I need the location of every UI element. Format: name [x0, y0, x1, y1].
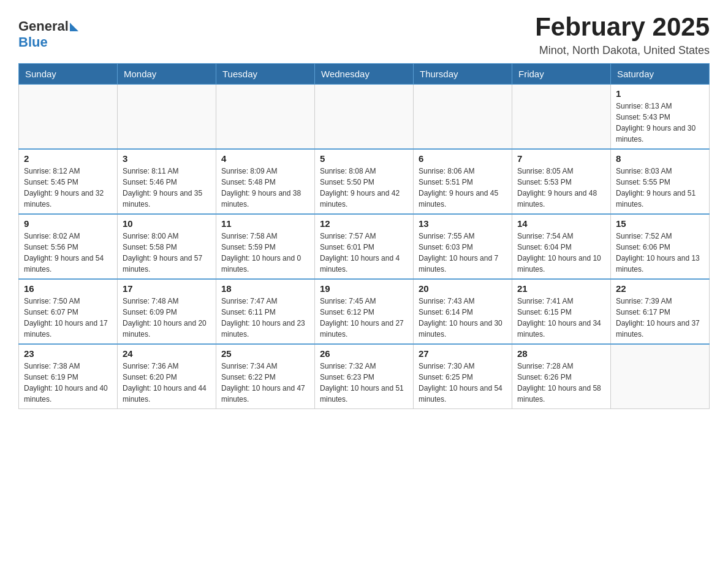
- day-info: Sunrise: 8:06 AMSunset: 5:51 PMDaylight:…: [419, 166, 507, 210]
- day-info: Sunrise: 8:13 AMSunset: 5:43 PMDaylight:…: [616, 101, 704, 145]
- calendar-cell: 6Sunrise: 8:06 AMSunset: 5:51 PMDaylight…: [414, 149, 512, 214]
- calendar-cell: 9Sunrise: 8:02 AMSunset: 5:56 PMDaylight…: [19, 214, 118, 279]
- calendar-cell: 15Sunrise: 7:52 AMSunset: 6:06 PMDayligh…: [611, 214, 710, 279]
- day-number: 11: [221, 218, 309, 229]
- calendar-cell: 21Sunrise: 7:41 AMSunset: 6:15 PMDayligh…: [512, 279, 611, 344]
- day-number: 4: [221, 153, 309, 164]
- day-number: 12: [320, 218, 408, 229]
- calendar-cell: [611, 344, 710, 409]
- weekday-header-row: SundayMondayTuesdayWednesdayThursdayFrid…: [19, 64, 710, 85]
- weekday-header-friday: Friday: [512, 64, 611, 85]
- day-number: 1: [616, 88, 704, 99]
- day-number: 5: [320, 153, 408, 164]
- day-info: Sunrise: 7:47 AMSunset: 6:11 PMDaylight:…: [221, 296, 309, 340]
- day-info: Sunrise: 7:36 AMSunset: 6:20 PMDaylight:…: [123, 361, 211, 405]
- day-info: Sunrise: 7:41 AMSunset: 6:15 PMDaylight:…: [517, 296, 605, 340]
- day-info: Sunrise: 7:38 AMSunset: 6:19 PMDaylight:…: [24, 361, 112, 405]
- calendar-week-row: 2Sunrise: 8:12 AMSunset: 5:45 PMDaylight…: [19, 149, 710, 214]
- day-info: Sunrise: 7:28 AMSunset: 6:26 PMDaylight:…: [517, 361, 605, 405]
- day-number: 8: [616, 153, 704, 164]
- day-info: Sunrise: 7:45 AMSunset: 6:12 PMDaylight:…: [320, 296, 408, 340]
- calendar-cell: 2Sunrise: 8:12 AMSunset: 5:45 PMDaylight…: [19, 149, 118, 214]
- day-info: Sunrise: 7:58 AMSunset: 5:59 PMDaylight:…: [221, 231, 309, 275]
- calendar-cell: 24Sunrise: 7:36 AMSunset: 6:20 PMDayligh…: [118, 344, 216, 409]
- day-number: 7: [517, 153, 605, 164]
- day-info: Sunrise: 7:39 AMSunset: 6:17 PMDaylight:…: [616, 296, 704, 340]
- day-info: Sunrise: 8:11 AMSunset: 5:46 PMDaylight:…: [123, 166, 211, 210]
- calendar-week-row: 9Sunrise: 8:02 AMSunset: 5:56 PMDaylight…: [19, 214, 710, 279]
- location: Minot, North Dakota, United States: [535, 44, 710, 57]
- weekday-header-tuesday: Tuesday: [216, 64, 315, 85]
- calendar-cell: 7Sunrise: 8:05 AMSunset: 5:53 PMDaylight…: [512, 149, 611, 214]
- day-number: 10: [123, 218, 211, 229]
- calendar-cell: 28Sunrise: 7:28 AMSunset: 6:26 PMDayligh…: [512, 344, 611, 409]
- calendar-cell: 17Sunrise: 7:48 AMSunset: 6:09 PMDayligh…: [118, 279, 216, 344]
- day-info: Sunrise: 7:52 AMSunset: 6:06 PMDaylight:…: [616, 231, 704, 275]
- calendar-table: SundayMondayTuesdayWednesdayThursdayFrid…: [18, 63, 710, 409]
- day-number: 21: [517, 283, 605, 294]
- day-number: 22: [616, 283, 704, 294]
- calendar-cell: 5Sunrise: 8:08 AMSunset: 5:50 PMDaylight…: [315, 149, 414, 214]
- calendar-week-row: 1Sunrise: 8:13 AMSunset: 5:43 PMDaylight…: [19, 85, 710, 150]
- day-info: Sunrise: 7:50 AMSunset: 6:07 PMDaylight:…: [24, 296, 112, 340]
- title-area: February 2025 Minot, North Dakota, Unite…: [535, 12, 710, 57]
- day-number: 28: [517, 348, 605, 359]
- weekday-header-monday: Monday: [118, 64, 216, 85]
- calendar-cell: 11Sunrise: 7:58 AMSunset: 5:59 PMDayligh…: [216, 214, 315, 279]
- day-info: Sunrise: 7:43 AMSunset: 6:14 PMDaylight:…: [419, 296, 507, 340]
- day-number: 19: [320, 283, 408, 294]
- calendar-cell: 1Sunrise: 8:13 AMSunset: 5:43 PMDaylight…: [611, 85, 710, 150]
- day-number: 24: [123, 348, 211, 359]
- calendar-cell: 13Sunrise: 7:55 AMSunset: 6:03 PMDayligh…: [414, 214, 512, 279]
- calendar-cell: [315, 85, 414, 150]
- day-info: Sunrise: 7:34 AMSunset: 6:22 PMDaylight:…: [221, 361, 309, 405]
- calendar-cell: 19Sunrise: 7:45 AMSunset: 6:12 PMDayligh…: [315, 279, 414, 344]
- weekday-header-wednesday: Wednesday: [315, 64, 414, 85]
- logo-triangle-icon: [70, 23, 78, 31]
- logo-text: General Blue: [18, 18, 78, 50]
- calendar-cell: 3Sunrise: 8:11 AMSunset: 5:46 PMDaylight…: [118, 149, 216, 214]
- calendar-cell: [414, 85, 512, 150]
- calendar-cell: 27Sunrise: 7:30 AMSunset: 6:25 PMDayligh…: [414, 344, 512, 409]
- calendar-cell: 20Sunrise: 7:43 AMSunset: 6:14 PMDayligh…: [414, 279, 512, 344]
- day-info: Sunrise: 8:12 AMSunset: 5:45 PMDaylight:…: [24, 166, 112, 210]
- day-number: 3: [123, 153, 211, 164]
- calendar-cell: 8Sunrise: 8:03 AMSunset: 5:55 PMDaylight…: [611, 149, 710, 214]
- calendar-cell: 18Sunrise: 7:47 AMSunset: 6:11 PMDayligh…: [216, 279, 315, 344]
- page-header: General Blue February 2025 Minot, North …: [18, 12, 710, 57]
- calendar-cell: 10Sunrise: 8:00 AMSunset: 5:58 PMDayligh…: [118, 214, 216, 279]
- day-number: 2: [24, 153, 112, 164]
- day-number: 15: [616, 218, 704, 229]
- day-info: Sunrise: 7:32 AMSunset: 6:23 PMDaylight:…: [320, 361, 408, 405]
- day-info: Sunrise: 8:00 AMSunset: 5:58 PMDaylight:…: [123, 231, 211, 275]
- day-info: Sunrise: 7:57 AMSunset: 6:01 PMDaylight:…: [320, 231, 408, 275]
- day-info: Sunrise: 8:05 AMSunset: 5:53 PMDaylight:…: [517, 166, 605, 210]
- day-info: Sunrise: 7:55 AMSunset: 6:03 PMDaylight:…: [419, 231, 507, 275]
- month-title: February 2025: [535, 12, 710, 42]
- calendar-week-row: 16Sunrise: 7:50 AMSunset: 6:07 PMDayligh…: [19, 279, 710, 344]
- calendar-cell: 22Sunrise: 7:39 AMSunset: 6:17 PMDayligh…: [611, 279, 710, 344]
- calendar-cell: [19, 85, 118, 150]
- logo: General Blue: [18, 18, 78, 50]
- calendar-cell: [512, 85, 611, 150]
- day-info: Sunrise: 8:08 AMSunset: 5:50 PMDaylight:…: [320, 166, 408, 210]
- calendar-cell: 16Sunrise: 7:50 AMSunset: 6:07 PMDayligh…: [19, 279, 118, 344]
- day-info: Sunrise: 7:54 AMSunset: 6:04 PMDaylight:…: [517, 231, 605, 275]
- calendar-cell: [118, 85, 216, 150]
- day-info: Sunrise: 8:02 AMSunset: 5:56 PMDaylight:…: [24, 231, 112, 275]
- calendar-cell: [216, 85, 315, 150]
- day-number: 17: [123, 283, 211, 294]
- day-number: 16: [24, 283, 112, 294]
- weekday-header-thursday: Thursday: [414, 64, 512, 85]
- calendar-cell: 4Sunrise: 8:09 AMSunset: 5:48 PMDaylight…: [216, 149, 315, 214]
- calendar-cell: 23Sunrise: 7:38 AMSunset: 6:19 PMDayligh…: [19, 344, 118, 409]
- weekday-header-sunday: Sunday: [19, 64, 118, 85]
- day-number: 25: [221, 348, 309, 359]
- calendar-cell: 14Sunrise: 7:54 AMSunset: 6:04 PMDayligh…: [512, 214, 611, 279]
- calendar-week-row: 23Sunrise: 7:38 AMSunset: 6:19 PMDayligh…: [19, 344, 710, 409]
- day-number: 23: [24, 348, 112, 359]
- day-number: 20: [419, 283, 507, 294]
- day-number: 27: [419, 348, 507, 359]
- day-number: 13: [419, 218, 507, 229]
- calendar-cell: 12Sunrise: 7:57 AMSunset: 6:01 PMDayligh…: [315, 214, 414, 279]
